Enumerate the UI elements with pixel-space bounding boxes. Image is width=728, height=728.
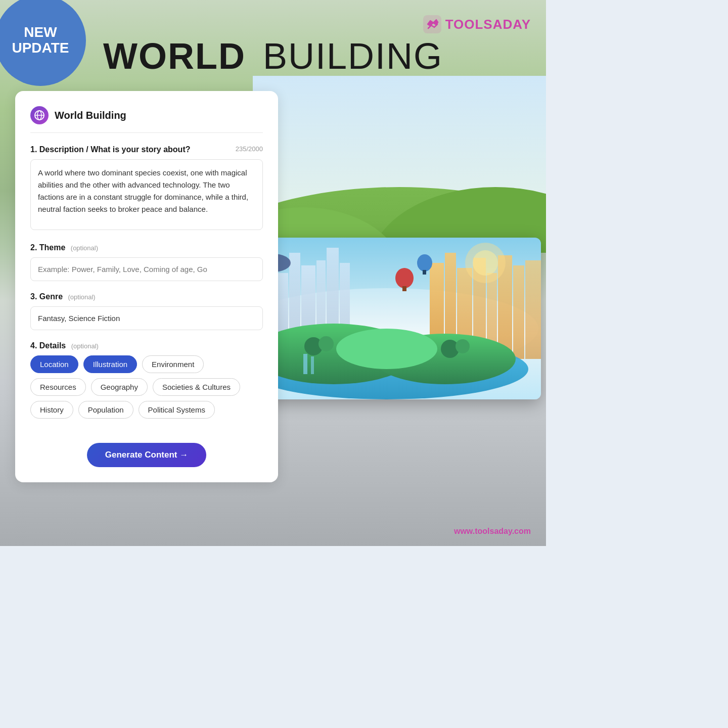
tags-container: LocationIllustrationEnvironmentResources…	[30, 355, 263, 419]
svg-point-34	[395, 268, 414, 288]
website-url: www.toolsaday.com	[454, 527, 531, 536]
hill-background	[253, 76, 546, 253]
generate-btn-wrapper: Generate Content →	[30, 431, 263, 467]
theme-label: 2. Theme (optional)	[30, 243, 263, 252]
svg-point-32	[456, 339, 470, 353]
card-title: World Building	[55, 110, 126, 121]
card-header: World Building	[30, 106, 263, 133]
tag-pill-location[interactable]: Location	[30, 355, 78, 373]
svg-rect-38	[423, 270, 426, 275]
tag-pill-population[interactable]: Population	[78, 401, 133, 419]
svg-rect-35	[402, 286, 406, 291]
svg-point-26	[336, 329, 437, 369]
main-title: WORLD BUILDING	[103, 35, 443, 77]
tag-pill-geography[interactable]: Geography	[91, 378, 148, 396]
toolsaday-logo-icon	[423, 15, 441, 33]
logo-area: TOOLSADAY	[423, 15, 531, 33]
svg-rect-22	[525, 260, 541, 359]
svg-rect-27	[303, 354, 307, 374]
theme-section: 2. Theme (optional)	[30, 243, 263, 281]
char-count: 235/2000	[236, 145, 263, 153]
details-label: 4. Details (optional)	[30, 341, 263, 350]
svg-point-37	[417, 254, 432, 271]
tag-pill-history[interactable]: History	[30, 401, 73, 419]
description-label: 1. Description / What is your story abou…	[30, 145, 263, 154]
svg-point-41	[473, 250, 498, 276]
description-textarea[interactable]	[30, 159, 263, 230]
description-section: 1. Description / What is your story abou…	[30, 145, 263, 232]
title-building: BUILDING	[263, 36, 443, 76]
badge-text: NEW UPDATE	[2, 15, 79, 66]
tag-pill-illustration[interactable]: Illustration	[83, 355, 137, 373]
svg-rect-21	[513, 265, 524, 359]
tag-pill-political-systems[interactable]: Political Systems	[139, 401, 215, 419]
tag-pill-resources[interactable]: Resources	[30, 378, 86, 396]
svg-rect-28	[311, 356, 314, 374]
svg-point-30	[318, 336, 334, 351]
theme-input[interactable]	[30, 257, 263, 281]
genre-input[interactable]	[30, 306, 263, 330]
city-illustration	[233, 238, 541, 399]
tag-pill-societies-and-cultures[interactable]: Societies & Cultures	[153, 378, 240, 396]
title-word: WORLD	[103, 36, 246, 76]
details-section: 4. Details (optional) LocationIllustrati…	[30, 341, 263, 419]
tag-pill-environment[interactable]: Environment	[142, 355, 204, 373]
genre-section: 3. Genre (optional)	[30, 292, 263, 330]
logo-text: TOOLSADAY	[445, 17, 531, 32]
genre-label: 3. Genre (optional)	[30, 292, 263, 301]
main-form-card: World Building 1. Description / What is …	[15, 91, 278, 482]
card-icon	[30, 106, 49, 124]
generate-content-button[interactable]: Generate Content →	[87, 443, 206, 467]
